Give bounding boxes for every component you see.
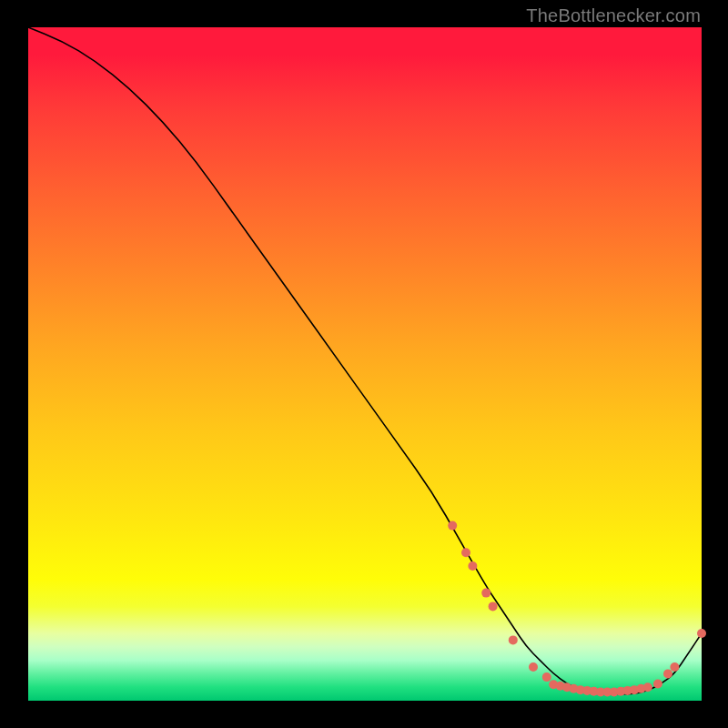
data-marker — [468, 561, 477, 571]
data-marker — [448, 521, 457, 531]
attribution-label: TheBottlenecker.com — [526, 5, 701, 26]
data-markers — [448, 521, 706, 697]
chart-stage: TheBottlenecker.com — [0, 0, 728, 728]
data-marker — [529, 662, 538, 672]
chart-svg — [28, 27, 702, 701]
plot-area — [28, 27, 702, 701]
data-marker — [697, 629, 706, 638]
bottleneck-curve — [28, 27, 702, 694]
data-marker — [643, 682, 652, 692]
data-marker — [653, 680, 662, 689]
data-marker — [542, 672, 551, 682]
data-marker — [489, 602, 498, 611]
data-marker — [481, 589, 490, 598]
data-marker — [461, 548, 470, 557]
data-marker — [670, 662, 679, 672]
data-marker — [509, 635, 518, 644]
data-marker — [663, 669, 672, 678]
